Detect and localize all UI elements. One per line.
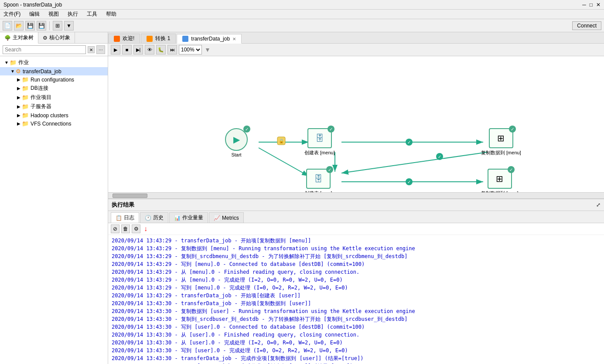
menu-view[interactable]: 视图 [47, 10, 61, 19]
editor-toolbar: ▶ ■ ▶| 👁 🐛 ⏭ 100% 50% 75% 125% 150% 200%… [108, 44, 604, 56]
node-copy-menu[interactable]: ⊞ ✓ 复制数据到 [menu] [481, 128, 521, 156]
node-copy-user-box: ⊞ ✓ [488, 169, 512, 189]
search-input[interactable] [3, 45, 86, 54]
tab-core-objects[interactable]: ⚙ 核心对象 [38, 32, 75, 43]
debug-button[interactable]: 🐛 [156, 45, 166, 54]
node-create-menu-label: 创建表 [menu] [304, 150, 335, 156]
tree-item-db-connections[interactable]: ▶ 📁 DB连接 [0, 84, 108, 93]
log-line: 2020/09/14 13:43:29 - 写到 [menu].0 - 完成处理… [112, 284, 601, 292]
tab-close-icon[interactable]: ✕ [232, 37, 236, 41]
search-clear-button[interactable]: ✕ [88, 46, 95, 53]
new-button[interactable]: 📄 [3, 21, 12, 31]
preview-button[interactable]: 👁 [145, 45, 154, 54]
menu-execute[interactable]: 执行 [66, 10, 80, 19]
results-tab-history[interactable]: 🕐 历史 [140, 212, 168, 223]
left-panel: 🌳 主对象树 ⚙ 核心对象 ✕ ⋯ ▼ 📁 作业 [0, 32, 108, 364]
log-line: 2020/09/14 13:43:29 - 复制到_srcdbmenu_到_de… [112, 252, 601, 260]
tree-item-transferdata-job[interactable]: ▼ ⚙ transferData_job [0, 67, 108, 75]
open-button[interactable]: 📂 [14, 21, 24, 31]
zoom-selector[interactable]: 100% 50% 75% 125% 150% 200% [179, 45, 202, 54]
canvas-area[interactable]: 🔒 ✓ ✓ ✓ [108, 56, 604, 198]
node-create-menu[interactable]: 🗄 ✓ 创建表 [menu] [304, 128, 335, 156]
results-expand-button[interactable]: ⤢ [596, 202, 601, 208]
tree-icon: 🌳 [4, 35, 11, 41]
log-line: 2020/09/14 13:43:30 - 复制数据到 [user] - Run… [112, 307, 601, 315]
arrow-transferdata-job: ▼ [10, 69, 16, 74]
node-start-box: ▶ ✓ [225, 128, 248, 151]
connect-button[interactable]: Connect [572, 21, 601, 30]
job-icon-transferdata: ⚙ [16, 68, 21, 75]
toolbar-separator [49, 21, 50, 30]
menu-file[interactable]: 文件(F) [2, 10, 22, 19]
main-toolbar: 📄 📂 💾 💾 ⊞ ▼ Connect [0, 19, 604, 32]
arrow-jobs: ▼ [3, 60, 10, 65]
menu-edit[interactable]: 编辑 [27, 10, 41, 19]
tab-welcome[interactable]: 欢迎! [108, 34, 140, 43]
log-content[interactable]: 2020/09/14 13:43:29 - transferData_job -… [108, 235, 604, 364]
menu-help[interactable]: 帮助 [104, 10, 118, 19]
transform-tab-icon [147, 36, 153, 42]
svg-line-7 [259, 148, 309, 176]
saveas-button[interactable]: 💾 [37, 21, 46, 31]
svg-text:🔒: 🔒 [279, 138, 284, 144]
menu-tools[interactable]: 工具 [85, 10, 99, 19]
node-start-label: Start [231, 152, 241, 157]
maximize-icon[interactable]: □ [590, 2, 593, 8]
canvas-scrollbar[interactable] [108, 192, 604, 198]
canvas-arrows: 🔒 ✓ ✓ ✓ [108, 56, 604, 198]
folder-icon-job-items: 📁 [22, 94, 29, 101]
svg-point-10 [406, 178, 413, 185]
minimize-icon[interactable]: ─ [582, 2, 586, 8]
log-line: 2020/09/14 13:43:29 - 写到 [menu].0 - Conn… [112, 260, 601, 268]
tree-item-job-items[interactable]: ▶ 📁 作业项目 [0, 93, 108, 102]
log-line: 2020/09/14 13:43:30 - 写到 [user].0 - 完成处理… [112, 347, 601, 354]
log-line: 2020/09/14 13:43:30 - 从 [user].0 - Finis… [112, 331, 601, 339]
search-options-button[interactable]: ⋯ [96, 45, 105, 54]
results-tab-metrics[interactable]: 📊 作业量量 [169, 212, 208, 223]
tree-item-vfs[interactable]: ▶ 📁 VFS Connections [0, 119, 108, 128]
svg-rect-2 [277, 137, 285, 145]
arrow-job-items: ▶ [16, 95, 22, 100]
dropdown-button[interactable]: ▼ [64, 21, 74, 31]
node-copy-user-check: ✓ [508, 166, 515, 173]
step-button[interactable]: ⏭ [167, 45, 177, 54]
layers-button[interactable]: ⊞ [53, 21, 62, 31]
log-clear-button[interactable]: ⊘ [111, 225, 119, 233]
sql-icon-user: 🗄 [314, 174, 323, 184]
editor-tabs: 欢迎! 转换 1 transferData_job ✕ [108, 32, 604, 44]
tree-item-hadoop[interactable]: ▶ 📁 Hadoop clusters [0, 111, 108, 119]
tab-transferdata-job[interactable]: transferData_job ✕ [177, 34, 242, 44]
arrow-slave-servers: ▶ [16, 104, 22, 109]
tab-main-objects[interactable]: 🌳 主对象树 [0, 32, 38, 44]
results-tab-log[interactable]: 📋 日志 [111, 212, 139, 223]
arrow-vfs: ▶ [16, 121, 22, 126]
log-line: 2020/09/14 13:43:30 - transferData_job -… [112, 354, 601, 362]
copy-icon-menu: ⊞ [497, 133, 505, 143]
log-delete-button[interactable]: 🗑 [121, 225, 130, 233]
log-line: 2020/09/14 13:43:30 - transferData_job -… [112, 299, 601, 307]
tab-transform1[interactable]: 转换 1 [141, 34, 176, 43]
node-create-user-check: ✓ [326, 166, 333, 173]
tree-item-slave-servers[interactable]: ▶ 📁 子服务器 [0, 102, 108, 111]
copy-icon-user: ⊞ [496, 173, 503, 184]
tree-item-run-configs[interactable]: ▶ 📁 Run configurations [0, 75, 108, 84]
svg-point-12 [436, 153, 443, 160]
node-create-menu-box: 🗄 ✓ [307, 128, 332, 148]
node-start-check: ✓ [243, 126, 250, 133]
canvas-scrollbar-thumb[interactable] [113, 194, 147, 198]
stop-button[interactable]: ■ [122, 45, 132, 54]
run-from-button[interactable]: ▶| [133, 45, 143, 54]
tree-item-jobs[interactable]: ▼ 📁 作业 [0, 58, 108, 67]
results-tab-perf[interactable]: 📈 Metrics [209, 212, 244, 223]
run-button[interactable]: ▶ [111, 45, 120, 54]
log-line: 2020/09/14 13:43:30 - transferData_job -… [112, 362, 601, 364]
sql-icon-menu: 🗄 [315, 133, 324, 143]
node-copy-menu-box: ⊞ ✓ [489, 128, 513, 148]
metrics-tab-icon: 📊 [174, 215, 181, 221]
save-button[interactable]: 💾 [25, 21, 35, 31]
close-icon[interactable]: ✕ [596, 2, 601, 8]
node-start[interactable]: ▶ ✓ Start [225, 128, 248, 157]
svg-text:✓: ✓ [407, 180, 411, 184]
folder-icon-slave: 📁 [22, 103, 29, 110]
log-settings-button[interactable]: ⚙ [132, 225, 140, 233]
